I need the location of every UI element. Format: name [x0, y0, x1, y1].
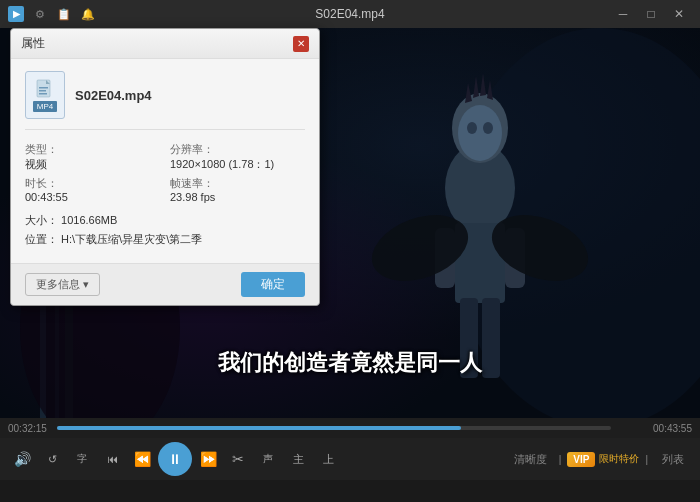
framerate-info: 帧速率： 23.98 fps — [170, 176, 305, 203]
properties-dialog: 属性 ✕ MP4 S02E04.mp4 — [10, 28, 320, 306]
ok-button[interactable]: 确定 — [241, 272, 305, 297]
chevron-down-icon: ▾ — [83, 278, 89, 291]
framerate-label: 帧速率： — [170, 176, 305, 191]
dialog-footer: 更多信息 ▾ 确定 — [11, 263, 319, 305]
location-info: 位置： H:\下载压缩\异星灾变\第二季 — [25, 232, 305, 247]
size-label: 大小： — [25, 214, 58, 226]
file-icon: MP4 — [25, 71, 65, 119]
location-value: H:\下载压缩\异星灾变\第二季 — [61, 233, 202, 245]
dialog-close-button[interactable]: ✕ — [293, 36, 309, 52]
more-info-button[interactable]: 更多信息 ▾ — [25, 273, 100, 296]
dialog-overlay: 属性 ✕ MP4 S02E04.mp4 — [0, 0, 700, 502]
resolution-info: 分辨率： 1920×1080 (1.78：1) — [170, 142, 305, 172]
type-value: 视频 — [25, 157, 160, 172]
file-svg — [35, 79, 55, 99]
resolution-value: 1920×1080 (1.78：1) — [170, 157, 305, 172]
location-label: 位置： — [25, 233, 58, 245]
dialog-title: 属性 — [21, 35, 293, 52]
type-label: 类型： — [25, 142, 160, 157]
file-info-header: MP4 S02E04.mp4 — [25, 71, 305, 130]
resolution-label: 分辨率： — [170, 142, 305, 157]
svg-rect-26 — [39, 90, 46, 92]
svg-rect-25 — [39, 87, 48, 89]
info-grid: 类型： 视频 分辨率： 1920×1080 (1.78：1) 时长： 00:43… — [25, 142, 305, 203]
dialog-titlebar: 属性 ✕ — [11, 29, 319, 59]
file-name-display: S02E04.mp4 — [75, 88, 152, 103]
file-name: S02E04.mp4 — [75, 88, 152, 103]
framerate-value: 23.98 fps — [170, 191, 305, 203]
file-type-badge: MP4 — [33, 101, 57, 112]
size-value: 1016.66MB — [61, 214, 117, 226]
size-info: 大小： 1016.66MB — [25, 213, 305, 228]
svg-rect-27 — [39, 93, 47, 95]
duration-label: 时长： — [25, 176, 160, 191]
duration-value: 00:43:55 — [25, 191, 160, 203]
dialog-body: MP4 S02E04.mp4 类型： 视频 分辨率： 1920×1080 (1.… — [11, 59, 319, 263]
duration-info: 时长： 00:43:55 — [25, 176, 160, 203]
type-info: 类型： 视频 — [25, 142, 160, 172]
